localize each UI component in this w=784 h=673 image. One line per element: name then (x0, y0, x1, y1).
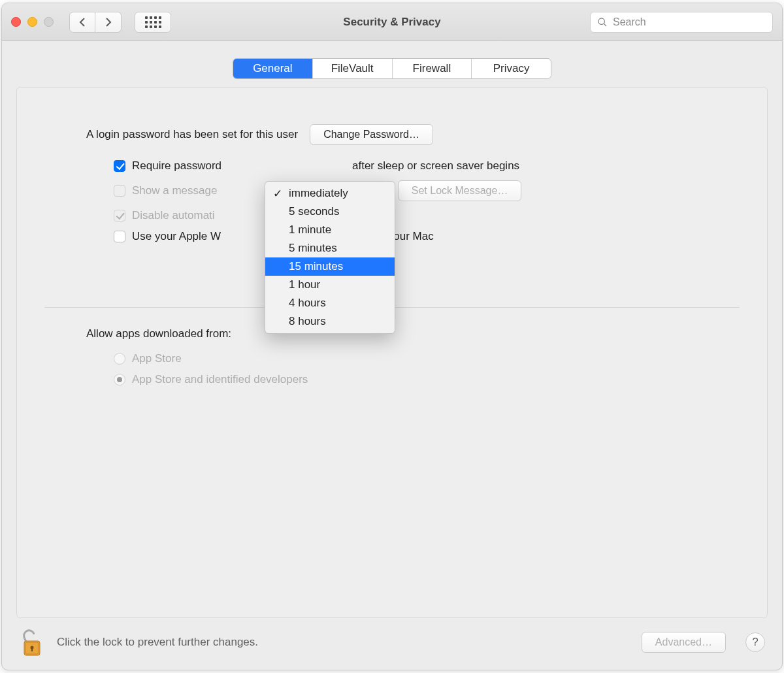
set-lock-message-button: Set Lock Message… (398, 180, 522, 201)
login-password-text: A login password has been set for this u… (86, 128, 298, 141)
dropdown-option-1-minute[interactable]: 1 minute (265, 221, 395, 239)
zoom-icon (44, 17, 54, 27)
minimize-icon[interactable] (27, 17, 37, 27)
advanced-button[interactable]: Advanced… (642, 632, 726, 653)
login-password-row: A login password has been set for this u… (86, 124, 730, 145)
close-icon[interactable] (11, 17, 21, 27)
allow-identified-label: App Store and identified developers (132, 373, 308, 386)
dropdown-option-4-hours[interactable]: 4 hours (265, 294, 395, 312)
chevron-left-icon (78, 17, 86, 27)
tab-general[interactable]: General (233, 59, 313, 78)
dropdown-option-5-seconds[interactable]: 5 seconds (265, 203, 395, 221)
tab-filevault[interactable]: FileVault (313, 59, 393, 78)
change-password-button[interactable]: Change Password… (310, 124, 433, 145)
allow-identified-row: App Store and identified developers (114, 373, 730, 386)
content-area: General FileVault Firewall Privacy A log… (2, 41, 782, 670)
search-placeholder: Search (613, 16, 646, 28)
require-password-row: Require password after sleep or screen s… (114, 159, 730, 172)
titlebar: Security & Privacy Search (2, 3, 782, 41)
lock-message-checkbox (114, 185, 125, 197)
svg-rect-5 (31, 648, 33, 651)
tab-bar: General FileVault Firewall Privacy (233, 58, 551, 79)
allow-appstore-label: App Store (132, 352, 182, 365)
tab-privacy[interactable]: Privacy (472, 59, 551, 78)
forward-button[interactable] (95, 12, 122, 33)
unlock-icon[interactable] (19, 628, 45, 657)
lock-message-pre: Show a message (132, 184, 217, 197)
allow-apps-title: Allow apps downloaded from: (86, 327, 730, 340)
apple-watch-pre: Use your Apple W (132, 230, 221, 243)
tab-firewall[interactable]: Firewall (393, 59, 472, 78)
allow-appstore-row: App Store (114, 352, 730, 365)
apple-watch-checkbox[interactable] (114, 231, 125, 242)
back-button[interactable] (69, 12, 95, 33)
search-icon (597, 17, 608, 27)
grid-icon (145, 16, 161, 28)
apple-watch-row: Use your Apple W ps and your Mac (114, 230, 730, 243)
disable-auto-login-checkbox (114, 210, 125, 222)
disable-auto-login-text: Disable automati (132, 209, 215, 222)
window-controls (11, 17, 54, 27)
search-input[interactable]: Search (590, 12, 773, 33)
chevron-right-icon (105, 17, 112, 27)
svg-point-0 (598, 18, 604, 24)
help-button[interactable]: ? (745, 632, 765, 652)
allow-identified-radio (114, 374, 125, 386)
dropdown-option-5-minutes[interactable]: 5 minutes (265, 239, 395, 257)
footer-text: Click the lock to prevent further change… (57, 636, 258, 649)
lock-message-row: Show a message s locked Set Lock Message… (114, 180, 730, 201)
general-panel: A login password has been set for this u… (16, 87, 768, 618)
nav-buttons (69, 12, 122, 33)
require-password-pre: Require password (132, 159, 221, 172)
system-preferences-window: Security & Privacy Search General FileVa… (1, 3, 783, 670)
disable-auto-row: Disable automati (114, 209, 730, 222)
svg-line-1 (604, 24, 606, 26)
footer: Click the lock to prevent further change… (2, 617, 782, 670)
show-all-button[interactable] (135, 12, 171, 33)
question-mark-icon: ? (752, 636, 758, 649)
dropdown-option-8-hours[interactable]: 8 hours (265, 312, 395, 331)
allow-appstore-radio (114, 353, 125, 365)
dropdown-option-15-minutes[interactable]: 15 minutes (265, 257, 395, 276)
require-password-checkbox[interactable] (114, 160, 125, 172)
require-password-post: after sleep or screen saver begins (352, 159, 519, 172)
dropdown-option-immediately[interactable]: immediately (265, 184, 395, 203)
require-password-delay-dropdown[interactable]: immediately 5 seconds 1 minute 5 minutes… (265, 181, 395, 334)
dropdown-option-1-hour[interactable]: 1 hour (265, 276, 395, 294)
